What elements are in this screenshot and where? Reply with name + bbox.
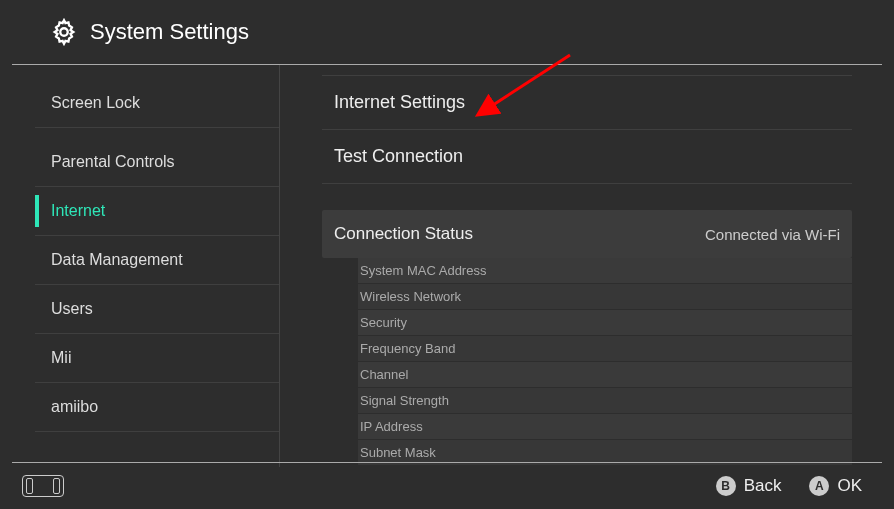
detail-value	[760, 289, 840, 304]
content-item-label: Test Connection	[334, 146, 463, 166]
content-item-label: Internet Settings	[334, 92, 465, 112]
svg-point-0	[60, 28, 67, 35]
sidebar-item-label: Screen Lock	[51, 94, 140, 111]
detail-label: Channel	[358, 367, 408, 382]
sidebar: Screen Lock Parental Controls Internet D…	[0, 65, 280, 467]
gear-icon	[50, 18, 78, 46]
detail-value	[760, 263, 840, 278]
sidebar-item-amiibo[interactable]: amiibo	[35, 383, 279, 432]
detail-value	[760, 445, 840, 460]
sidebar-item-data-management[interactable]: Data Management	[35, 236, 279, 285]
back-button[interactable]: B Back	[716, 476, 782, 496]
detail-row-security: Security	[358, 310, 852, 336]
sidebar-item-parental-controls[interactable]: Parental Controls	[35, 138, 279, 187]
detail-label: System MAC Address	[358, 263, 486, 278]
b-button-icon: B	[716, 476, 736, 496]
sidebar-item-label: Data Management	[51, 251, 183, 268]
footer-buttons: B Back A OK	[716, 476, 862, 496]
detail-value	[760, 341, 840, 356]
sidebar-item-label: Parental Controls	[51, 153, 175, 170]
sidebar-item-label: Users	[51, 300, 93, 317]
content-panel: Internet Settings Test Connection Connec…	[280, 65, 894, 467]
detail-label: IP Address	[358, 419, 423, 434]
detail-row-mac-address: System MAC Address	[358, 258, 852, 284]
connection-status-label: Connection Status	[334, 224, 473, 244]
detail-row-signal-strength: Signal Strength	[358, 388, 852, 414]
detail-value	[760, 315, 840, 330]
sidebar-item-label: Internet	[51, 202, 105, 219]
sidebar-item-label: amiibo	[51, 398, 98, 415]
detail-value	[760, 393, 840, 408]
ok-button[interactable]: A OK	[809, 476, 862, 496]
detail-row-wireless-network: Wireless Network	[358, 284, 852, 310]
sidebar-item-screen-lock[interactable]: Screen Lock	[35, 79, 279, 128]
detail-row-channel: Channel	[358, 362, 852, 388]
detail-row-frequency-band: Frequency Band	[358, 336, 852, 362]
sidebar-item-label: Mii	[51, 349, 71, 366]
connection-details-list: System MAC Address Wireless Network Secu…	[322, 258, 852, 466]
main-area: Screen Lock Parental Controls Internet D…	[0, 65, 894, 467]
internet-settings-item[interactable]: Internet Settings	[322, 75, 852, 130]
detail-label: Security	[358, 315, 407, 330]
footer: B Back A OK	[12, 462, 882, 509]
connection-status-value: Connected via Wi-Fi	[705, 226, 840, 243]
sidebar-item-mii[interactable]: Mii	[35, 334, 279, 383]
detail-label: Frequency Band	[358, 341, 455, 356]
sidebar-item-internet[interactable]: Internet	[35, 187, 279, 236]
header: System Settings	[12, 0, 882, 65]
detail-label: Subnet Mask	[358, 445, 436, 460]
back-label: Back	[744, 476, 782, 496]
detail-label: Signal Strength	[358, 393, 449, 408]
connection-status-row: Connection Status Connected via Wi-Fi	[322, 210, 852, 258]
a-button-icon: A	[809, 476, 829, 496]
test-connection-item[interactable]: Test Connection	[322, 130, 852, 184]
detail-value	[760, 367, 840, 382]
console-icon	[22, 475, 64, 497]
detail-value	[760, 419, 840, 434]
ok-label: OK	[837, 476, 862, 496]
detail-label: Wireless Network	[358, 289, 461, 304]
detail-row-ip-address: IP Address	[358, 414, 852, 440]
sidebar-item-users[interactable]: Users	[35, 285, 279, 334]
page-title: System Settings	[90, 19, 249, 45]
